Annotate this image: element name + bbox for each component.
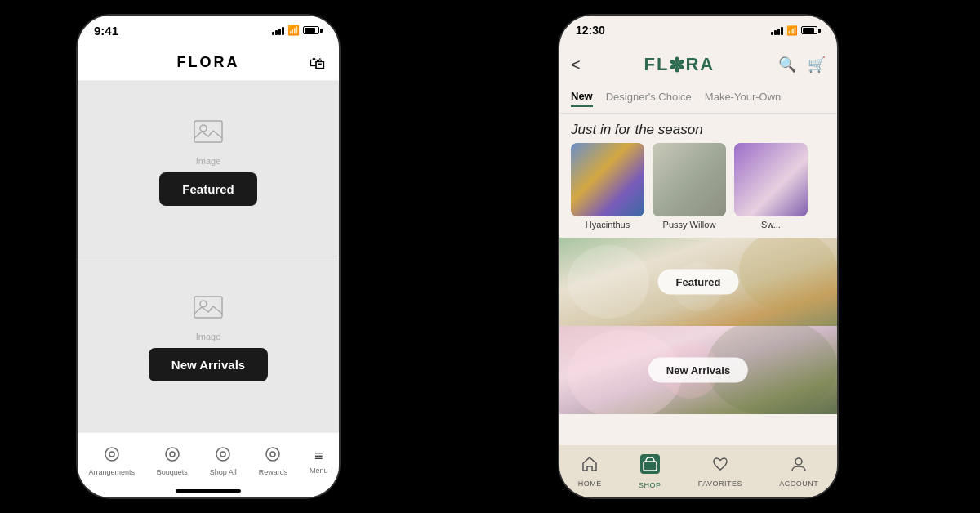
svg-point-13 — [675, 57, 679, 63]
arrangements-label: Arrangements — [88, 468, 135, 476]
nav-rewards[interactable]: Rewards — [259, 446, 288, 476]
svg-point-6 — [166, 448, 179, 461]
image-placeholder-2 — [192, 292, 225, 325]
logo-text-right: RA — [685, 54, 715, 75]
status-time-right: 12:30 — [576, 24, 605, 37]
flower-name-hyacinthus: Hyacinthus — [586, 220, 630, 230]
svg-point-4 — [105, 448, 118, 461]
nav-bouquets[interactable]: Bouquets — [157, 446, 188, 476]
svg-point-1 — [200, 125, 207, 132]
placeholder-label-1: Image — [196, 156, 221, 166]
new-arrivals-banner-right[interactable]: New Arrivals — [559, 326, 837, 414]
flower-image-pussy-willow — [653, 143, 726, 216]
svg-point-23 — [568, 245, 649, 319]
header-left: FLORA 🛍 — [78, 45, 339, 81]
bottom-nav-right: HOME SHOP FAVORITES — [559, 445, 837, 497]
arrangements-icon — [104, 446, 120, 466]
svg-point-3 — [200, 301, 207, 307]
header-right: < FL RA 🔍 🛒 — [559, 45, 837, 84]
tab-new[interactable]: New — [571, 90, 593, 107]
svg-point-10 — [266, 448, 279, 461]
nav-menu[interactable]: ≡ Menu — [310, 448, 328, 475]
nav-shop-right[interactable]: SHOP — [639, 453, 662, 489]
flower-image-third — [734, 143, 808, 216]
placeholder-label-2: Image — [196, 332, 221, 341]
flower-card-pussy-willow[interactable]: Pussy Willow — [653, 143, 726, 230]
svg-rect-0 — [194, 121, 222, 142]
flower-image-hyacinthus — [571, 143, 644, 216]
new-arrivals-button-left[interactable]: New Arrivals — [149, 348, 268, 381]
third-flower-visual — [734, 143, 808, 216]
nav-home-right[interactable]: HOME — [578, 455, 602, 488]
hyacinthus-visual — [571, 143, 644, 216]
signal-icon-right — [771, 25, 783, 35]
logo-text-left: FL — [644, 54, 670, 75]
svg-point-9 — [220, 452, 225, 457]
phone-left-container: 9:41 📶 FLORA 🛍 — [0, 0, 416, 513]
new-arrivals-card-left[interactable]: Image New Arrivals — [78, 257, 339, 433]
phone-right-frame: 12:30 📶 < FL — [559, 16, 837, 497]
favorites-label-right: FAVORITES — [698, 480, 742, 488]
cart-icon-right[interactable]: 🛒 — [808, 56, 826, 74]
flower-name-pussy-willow: Pussy Willow — [663, 220, 716, 230]
logo-flower-icon — [669, 56, 685, 73]
status-bar-left: 9:41 📶 — [78, 16, 339, 45]
image-placeholder-1 — [192, 117, 225, 149]
app-logo-right: FL RA — [644, 54, 715, 75]
status-icons-right: 📶 — [771, 25, 821, 36]
bottom-nav-left: Arrangements Bouquets Sh — [78, 432, 339, 489]
featured-button-left[interactable]: Featured — [159, 172, 256, 206]
new-arrivals-button-right[interactable]: New Arrivals — [648, 358, 748, 383]
menu-icon: ≡ — [314, 448, 323, 465]
phone-left-frame: 9:41 📶 FLORA 🛍 — [78, 16, 339, 497]
battery-icon-right — [801, 26, 821, 34]
nav-favorites-right[interactable]: FAVORITES — [698, 455, 742, 488]
svg-point-11 — [270, 452, 275, 457]
favorites-icon-right — [711, 455, 729, 478]
svg-rect-2 — [194, 297, 222, 318]
home-icon-right — [581, 455, 599, 478]
tab-make-your-own[interactable]: Make-Your-Own — [705, 91, 781, 106]
nav-arrangements[interactable]: Arrangements — [88, 446, 135, 476]
status-time-left: 9:41 — [94, 24, 118, 38]
cart-icon-left[interactable]: 🛍 — [310, 53, 326, 72]
shop-icon-right — [639, 453, 661, 480]
flower-card-hyacinthus[interactable]: Hyacinthus — [571, 143, 644, 230]
back-button[interactable]: < — [571, 56, 581, 74]
svg-rect-20 — [653, 143, 726, 216]
svg-rect-21 — [734, 143, 808, 216]
pussy-willow-visual — [653, 143, 726, 216]
home-indicator-left — [176, 489, 241, 493]
bouquets-label: Bouquets — [157, 468, 188, 476]
scroll-content-left: Image Featured Image New Arrivals — [78, 81, 339, 432]
nav-shop-all[interactable]: Shop All — [210, 446, 237, 476]
tab-bar-right: New Designer's Choice Make-Your-Own — [559, 84, 837, 114]
account-icon-right — [790, 455, 808, 478]
bouquets-icon — [164, 446, 180, 466]
rewards-label: Rewards — [259, 468, 288, 476]
svg-point-32 — [795, 458, 802, 465]
shop-all-icon — [215, 446, 231, 466]
status-icons-left: 📶 — [272, 25, 323, 36]
nav-account-right[interactable]: ACCOUNT — [779, 455, 818, 488]
tab-designers-choice[interactable]: Designer's Choice — [606, 91, 692, 106]
phone-right-container: 12:30 📶 < FL — [416, 0, 980, 513]
signal-icon-left — [272, 25, 284, 35]
flower-name-third: Sw... — [761, 220, 781, 230]
home-label-right: HOME — [578, 480, 602, 488]
flowers-scroll[interactable]: Hyacinthus — [559, 143, 837, 238]
flower-card-third[interactable]: Sw... — [734, 143, 808, 230]
search-icon[interactable]: 🔍 — [778, 56, 796, 74]
svg-point-7 — [170, 452, 175, 457]
featured-button-right[interactable]: Featured — [658, 270, 739, 295]
header-actions-right: 🔍 🛒 — [778, 56, 826, 74]
menu-label: Menu — [310, 466, 328, 475]
battery-icon-left — [303, 26, 323, 34]
featured-banner-right[interactable]: Featured — [559, 238, 837, 326]
featured-card-left[interactable]: Image Featured — [78, 81, 339, 257]
app-title-left: FLORA — [177, 54, 240, 71]
account-label-right: ACCOUNT — [779, 480, 818, 488]
scroll-content-right: Just in for the season — [559, 114, 837, 445]
svg-rect-19 — [571, 143, 644, 216]
shop-label-right: SHOP — [639, 481, 662, 489]
